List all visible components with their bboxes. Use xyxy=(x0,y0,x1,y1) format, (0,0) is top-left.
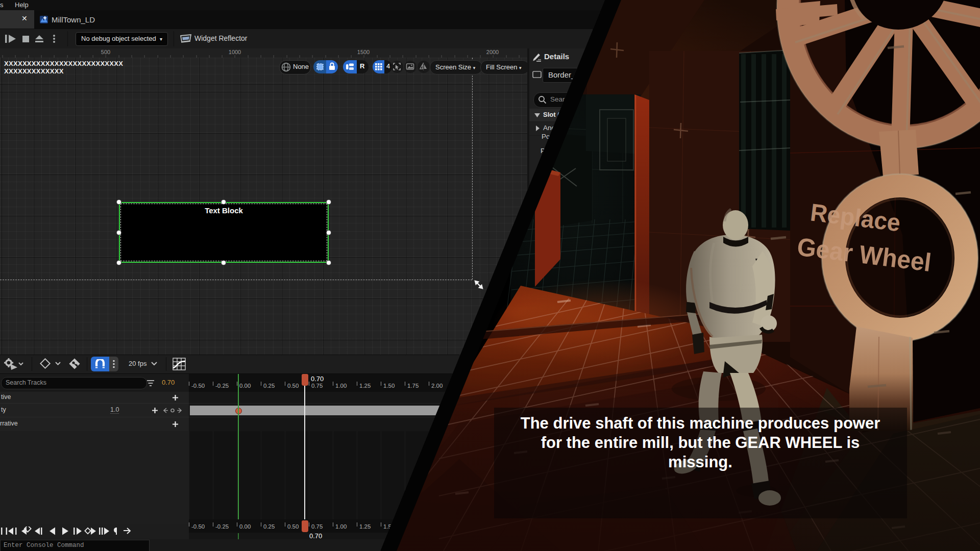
svg-text:The drive shaft of this machin: The drive shaft of this machine produces… xyxy=(521,414,880,432)
svg-text:for the entire mill, but the G: for the entire mill, but the GEAR WHEEL … xyxy=(541,434,860,452)
svg-text:missing.: missing. xyxy=(668,453,732,471)
